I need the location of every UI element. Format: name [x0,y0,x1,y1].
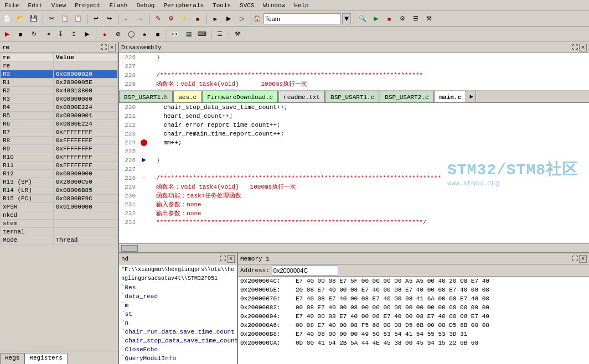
disablebreak-btn[interactable]: ● [138,28,151,40]
settings-btn[interactable]: ⚙ [396,13,409,25]
redo-btn[interactable]: ↪ [103,13,115,25]
build4-btn[interactable]: ■ [192,13,204,25]
new-btn[interactable]: 📄 [1,13,13,25]
tab-more[interactable]: ► [467,91,476,103]
paste-btn[interactable]: 📋 [72,13,84,25]
watch-item-chair-run: `chair_run_data_save_time_count [121,327,235,336]
watch-close-icon[interactable]: × [227,255,235,263]
disasm-code[interactable]: 226 } 227 228 /*************************… [119,53,589,91]
config-btn[interactable]: ⚒ [423,13,435,25]
memory-pin-icon[interactable]: ⛶ [572,255,578,263]
reg-row-ternal: ternal [1,228,118,236]
debug-stop-btn[interactable]: ■ [14,28,27,40]
menu-flash[interactable]: Flash [105,1,132,10]
reg-row-r5: R50x00000001 [1,112,118,120]
menu-window[interactable]: Window [259,1,290,10]
tab-readme[interactable]: readme.txt [278,91,325,103]
menu-peripherals[interactable]: Peripherals [159,1,208,10]
memory-close-icon[interactable]: × [579,255,587,263]
allbreak-btn[interactable]: ■ [152,28,164,40]
memory-btn[interactable]: ▤ [183,28,195,40]
expand-228[interactable]: − [142,174,145,183]
settings2-btn[interactable]: ⚒ [231,28,244,40]
build2-btn[interactable]: ⚙ [165,13,177,25]
debug-stepin-btn[interactable]: ↧ [54,28,66,40]
menu-project[interactable]: Project [70,1,105,10]
target2-btn[interactable]: ▶ [223,13,235,25]
bottom-area: nd ⛶ × "F:\\xiangmu\\henglingprs\\ota\\h… [119,253,589,364]
regview-btn[interactable]: ⌨ [196,28,208,40]
reg-row-r10: R100xFFFFFFFF [1,153,118,162]
addr-input[interactable] [272,266,338,275]
menu-svcs[interactable]: SVCS [235,1,259,10]
mem-row: 0x200000B8:E7 40 08 00 00 00 49 50 53 54… [238,330,589,339]
scroll-thumb[interactable] [121,245,138,252]
menu-debug[interactable]: Debug [132,1,159,10]
close-icon[interactable]: × [108,44,116,51]
horiz-scrollbar[interactable] [119,243,589,252]
stop-btn[interactable]: ■ [383,13,395,25]
sep11 [227,28,230,40]
menu-edit[interactable]: Edit [23,1,46,10]
debug-restart-btn[interactable]: ↻ [28,28,40,40]
tab-registers[interactable]: Registers [24,353,67,364]
tab-firmwaredownload-c[interactable]: FirmwareDownload.c [202,91,278,103]
copy-btn[interactable]: 📋 [59,13,71,25]
code-area[interactable]: 220 chair_stop_data_save_time_count++; 2… [119,103,589,243]
mem-row: 0x200000A6:00 08 E7 40 00 08 F5 68 00 08… [238,321,589,330]
menu-tools[interactable]: Tools [208,1,235,10]
save-btn[interactable]: 💾 [28,13,40,25]
breakpoint-btn[interactable]: ● [99,28,111,40]
team-dropdown[interactable]: ▼ [342,13,351,24]
menu-help[interactable]: Help [290,1,313,10]
target3-btn[interactable]: ▷ [236,13,248,25]
menu-view[interactable]: View [47,1,70,10]
debug-stepout-btn[interactable]: ↥ [68,28,80,40]
sep2 [85,13,89,25]
debug-run-btn[interactable]: ▶ [1,28,13,40]
enablebreak-btn[interactable]: ◯ [125,28,137,40]
cut-btn[interactable]: ✂ [45,13,58,25]
debug-stepover-btn[interactable]: ⇥ [41,28,53,40]
tab-regs[interactable]: Regs [0,353,24,364]
watch-content[interactable]: "F:\\xiangmu\\henglingprs\\ota\\hengling… [119,264,237,364]
clearbreak-btn[interactable]: ⊘ [112,28,124,40]
memory-panel: Memory 1 ⛶ × Address: 0x2000004C:E7 40 0… [238,253,589,364]
more-btn[interactable]: ☰ [410,13,422,25]
debug-runtocursor-btn[interactable]: ▶ [81,28,93,40]
watch-pin-icon[interactable]: ⛶ [220,255,226,263]
viewmore-btn[interactable]: ☰ [214,28,226,40]
search-btn[interactable]: 🔍 [356,13,369,25]
pin-icon[interactable]: ⛶ [101,44,107,51]
run-btn[interactable]: ▶ [370,13,382,25]
open-btn[interactable]: 📂 [14,13,27,25]
code-line-225: 225 [119,147,589,156]
build-btn[interactable]: ✎ [152,13,164,25]
build3-btn[interactable]: ⚡ [178,13,190,25]
register-scroll[interactable]: re Value reR00x00000020R10x2000005ER20x4… [0,53,118,351]
mem-row: 0x2000004C:E7 40 00 08 E7 5F 00 00 00 00… [238,277,589,285]
tab-bsp-usart2-c[interactable]: BSP_USART2.c [380,91,433,103]
tab-bsp-usart1-c[interactable]: BSP_USART1.c [326,91,379,103]
disasm-close-icon[interactable]: × [579,44,587,51]
target-btn[interactable]: ► [209,13,221,25]
watch-item-st: `st [121,310,235,319]
team-input[interactable]: Team [264,13,341,24]
fwd-btn[interactable]: → [134,13,146,25]
code-line-226: 226 ► } [119,156,589,165]
disasm-pin-icon[interactable]: ⛶ [572,44,578,51]
undo-btn[interactable]: ↩ [90,13,102,25]
code-line-228: 228 − /*********************************… [119,174,589,183]
memory-content[interactable]: 0x2000004C:E7 40 00 08 E7 5F 00 00 00 00… [238,277,589,364]
reg-row-r9: R90xFFFFFFFF [1,145,118,153]
sep3 [116,13,120,25]
tab-main-c[interactable]: main.c [435,91,467,103]
watch-btn[interactable]: 👀 [169,28,182,40]
tab-bsp-usart1-h[interactable]: BSP_USART1.h [119,91,173,103]
back-btn[interactable]: ← [121,13,133,25]
code-line-232: 232 输出参数：none [119,209,589,218]
file-tabs: BSP_USART1.h aes.c FirmwareDownload.c re… [119,91,589,103]
tab-aes-c[interactable]: aes.c [173,91,202,103]
watch-item-res: `Res [121,283,235,292]
menu-file[interactable]: File [0,1,23,10]
